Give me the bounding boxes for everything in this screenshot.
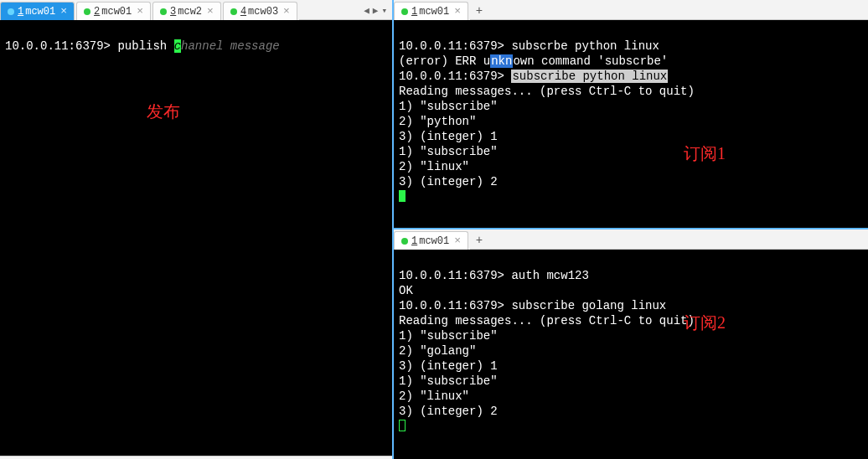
status-dot-icon: [401, 238, 408, 245]
term-line: 3) (integer) 2: [399, 175, 498, 188]
close-icon[interactable]: ×: [60, 3, 67, 20]
term-line: OK: [399, 284, 413, 297]
annotation-subscribe1: 订阅1: [684, 146, 726, 161]
cursor-icon: [399, 420, 406, 431]
tab-menu-icon[interactable]: ▾: [381, 5, 387, 16]
right-bottom-pane: 1 mcw01 × + 10.0.0.11:6379> auth mcw123 …: [394, 230, 868, 459]
status-dot-icon: [84, 8, 90, 15]
tab-label: mcw01: [419, 233, 449, 250]
tab-label: mcw01: [101, 3, 132, 20]
status-dot-icon: [8, 8, 14, 15]
tab-2-mcw01[interactable]: 2 mcw01 ×: [76, 2, 151, 20]
selected-command: subscribe python linux: [511, 70, 668, 83]
new-tab-button[interactable]: +: [470, 231, 488, 250]
tab-label: mcw03: [248, 3, 278, 20]
tab-label: mcw01: [419, 3, 449, 20]
close-icon[interactable]: ×: [283, 3, 290, 20]
close-icon[interactable]: ×: [207, 3, 214, 20]
term-line: 2) "linux": [399, 160, 469, 173]
term-line: 1) "subscribe": [399, 329, 498, 343]
term-line: 3) (integer) 1: [399, 130, 498, 143]
term-line: Reading messages... (press Ctrl-C to qui…: [399, 85, 695, 98]
left-status-bar: [0, 456, 392, 459]
tab-index: 2: [94, 3, 100, 20]
term-line: 2) "golang": [399, 344, 476, 358]
close-icon[interactable]: ×: [137, 3, 143, 20]
tab-index: 1: [411, 3, 417, 20]
right-bot-terminal[interactable]: 10.0.0.11:6379> auth mcw123 OK 10.0.0.11…: [394, 250, 868, 459]
tab-spacer: [488, 231, 868, 250]
term-line: 3) (integer) 1: [399, 359, 498, 373]
right-pane: 1 mcw01 × + 10.0.0.11:6379> subscrbe pyt…: [394, 0, 868, 459]
ime-highlight: nkn: [490, 54, 513, 68]
tab-3-mcw2[interactable]: 3 mcw2 ×: [152, 2, 221, 20]
new-tab-button[interactable]: +: [470, 2, 488, 20]
term-line: 10.0.0.11:6379> auth mcw123: [399, 269, 589, 282]
left-pane: 1 mcw01 × 2 mcw01 × 3 mcw2 × 4 mcw03 ×: [0, 0, 394, 459]
tab-label: mcw2: [178, 3, 202, 20]
tab-index: 1: [411, 233, 417, 250]
term-line: (error) ERR unknown command 'subscrbe': [399, 54, 668, 68]
right-top-terminal[interactable]: 10.0.0.11:6379> subscrbe python linux (e…: [394, 20, 868, 228]
tab-right-bot[interactable]: 1 mcw01 ×: [394, 231, 468, 250]
tab-right-top[interactable]: 1 mcw01 ×: [394, 2, 468, 20]
annotation-publish: 发布: [147, 104, 180, 119]
tab-index: 1: [18, 3, 23, 20]
term-line: 10.0.0.11:6379> subscribe python linux: [399, 70, 668, 83]
tab-1-mcw01[interactable]: 1 mcw01 ×: [0, 2, 75, 20]
term-line: Reading messages... (press Ctrl-C to qui…: [399, 314, 695, 327]
status-dot-icon: [230, 8, 237, 15]
term-line: 1) "subscribe": [399, 100, 498, 113]
term-line: 10.0.0.11:6379> subscrbe python linux: [399, 39, 659, 53]
status-dot-icon: [401, 8, 408, 15]
app-layout: 1 mcw01 × 2 mcw01 × 3 mcw2 × 4 mcw03 ×: [0, 0, 868, 459]
status-dot-icon: [160, 8, 167, 15]
right-bot-tab-bar: 1 mcw01 × +: [394, 230, 868, 250]
cursor-icon: [399, 190, 406, 202]
tab-spacer: [299, 2, 359, 20]
term-line: 3) (integer) 2: [399, 405, 498, 418]
term-line: 1) "subscribe": [399, 374, 498, 388]
term-line: 1) "subscribe": [399, 145, 498, 158]
close-icon[interactable]: ×: [454, 233, 461, 250]
redis-prompt: 10.0.0.11:6379>: [5, 39, 111, 53]
left-terminal[interactable]: 10.0.0.11:6379> publish channel message …: [0, 20, 392, 456]
tab-next-icon[interactable]: ▶: [373, 5, 379, 16]
term-line: 2) "linux": [399, 389, 469, 403]
tab-label: mcw01: [25, 3, 55, 20]
left-tab-bar: 1 mcw01 × 2 mcw01 × 3 mcw2 × 4 mcw03 ×: [0, 0, 392, 20]
tab-nav: ◀ ▶ ▾: [359, 2, 392, 20]
tab-prev-icon[interactable]: ◀: [364, 5, 369, 16]
close-icon[interactable]: ×: [454, 3, 461, 20]
tab-index: 4: [240, 3, 246, 20]
term-line: 2) "python": [399, 115, 476, 128]
term-line: 10.0.0.11:6379> subscribe golang linux: [399, 299, 666, 312]
right-top-pane: 1 mcw01 × + 10.0.0.11:6379> subscrbe pyt…: [394, 0, 868, 230]
tab-4-mcw03[interactable]: 4 mcw03 ×: [223, 2, 297, 20]
tab-spacer: [488, 2, 868, 20]
tab-index: 3: [170, 3, 176, 20]
typed-command: publish: [117, 39, 167, 53]
right-top-tab-bar: 1 mcw01 × +: [394, 0, 868, 20]
hint-text: channel message: [174, 39, 280, 53]
